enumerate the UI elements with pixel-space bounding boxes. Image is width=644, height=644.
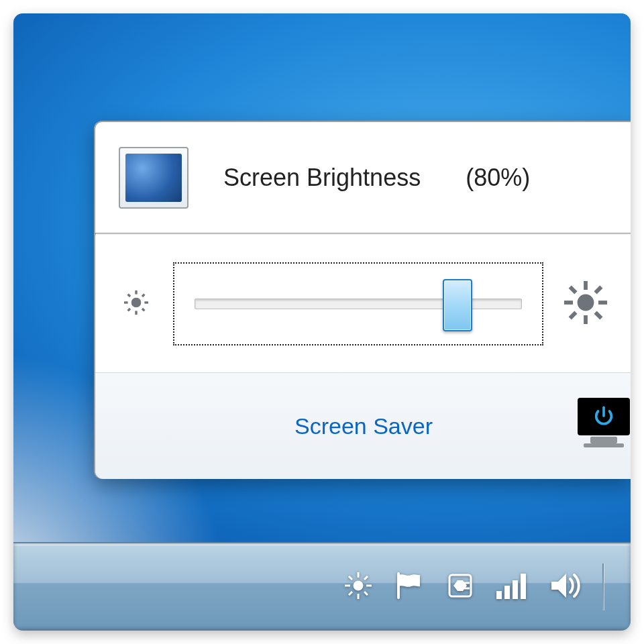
tray-brightness-icon[interactable]: [342, 570, 374, 604]
svg-line-23: [570, 286, 576, 292]
svg-line-26: [596, 286, 602, 292]
popup-header: Screen Brightness (80%): [95, 122, 631, 233]
svg-line-15: [142, 309, 144, 311]
svg-rect-39: [496, 591, 502, 599]
power-monitor-button[interactable]: [576, 398, 631, 454]
svg-line-24: [596, 312, 602, 318]
brightness-slider[interactable]: [173, 262, 543, 345]
tray-separator: [602, 564, 604, 610]
brightness-popup: Screen Brightness (80%): [94, 121, 631, 479]
svg-line-7: [142, 184, 147, 189]
tray-power-plug-icon[interactable]: [444, 570, 476, 604]
popup-title: Screen Brightness: [223, 164, 421, 192]
taskbar: [13, 542, 631, 631]
svg-point-27: [354, 581, 363, 590]
svg-point-0: [148, 172, 159, 182]
svg-line-14: [128, 294, 130, 296]
svg-point-9: [131, 298, 141, 307]
svg-line-16: [128, 309, 130, 311]
svg-point-18: [578, 294, 593, 310]
svg-rect-40: [504, 586, 510, 599]
slider-track: [195, 299, 522, 309]
svg-line-17: [142, 294, 144, 296]
screenshot-stage: Screen Brightness (80%): [13, 13, 631, 631]
svg-line-32: [349, 576, 352, 580]
svg-rect-41: [513, 580, 518, 599]
svg-line-34: [349, 592, 352, 595]
svg-line-35: [364, 576, 368, 580]
brightness-low-icon: [118, 284, 154, 323]
slider-row: [95, 235, 631, 372]
system-tray: [342, 564, 604, 610]
svg-line-25: [570, 312, 576, 318]
svg-rect-42: [521, 574, 526, 599]
slider-thumb[interactable]: [443, 279, 472, 331]
svg-line-8: [161, 166, 166, 170]
brightness-percent-label: (80%): [466, 164, 530, 192]
tray-flag-icon[interactable]: [393, 571, 425, 603]
svg-line-33: [364, 592, 368, 595]
popup-footer: Screen Saver: [95, 372, 631, 479]
tray-network-signal-icon[interactable]: [495, 571, 530, 603]
brightness-monitor-icon: [119, 147, 189, 209]
svg-line-6: [161, 184, 166, 189]
tray-volume-icon[interactable]: [549, 570, 584, 604]
svg-line-5: [142, 166, 147, 170]
screen-saver-link[interactable]: Screen Saver: [294, 413, 433, 439]
brightness-high-icon: [562, 279, 609, 329]
